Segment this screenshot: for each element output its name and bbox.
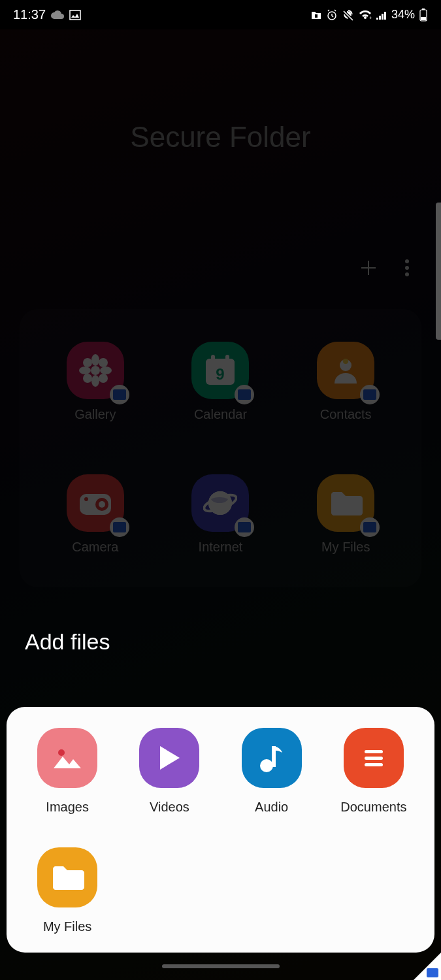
status-left: 11:37 — [13, 7, 81, 22]
svg-rect-5 — [379, 16, 381, 20]
status-bar: 11:37 + 34% — [0, 0, 441, 29]
doc-icon — [344, 728, 404, 788]
wifi-icon: + — [359, 10, 372, 20]
add-documents[interactable]: Documents — [326, 728, 421, 815]
add-images[interactable]: Images — [20, 728, 115, 815]
nav-pill[interactable] — [162, 964, 280, 968]
svg-rect-7 — [384, 12, 386, 20]
sheet-item-label: Images — [46, 800, 89, 815]
note-icon — [242, 728, 302, 788]
add-videos[interactable]: Videos — [122, 728, 217, 815]
sheet-item-label: My Files — [43, 919, 91, 934]
folder-lock-icon — [310, 10, 322, 20]
signal-icon — [376, 10, 387, 20]
svg-point-37 — [58, 749, 65, 756]
secure-folder-corner-icon — [427, 968, 438, 977]
alarm-icon — [326, 9, 338, 21]
sheet-title: Add files — [25, 629, 110, 655]
svg-rect-1 — [315, 14, 318, 18]
svg-rect-4 — [376, 18, 378, 20]
svg-rect-40 — [365, 750, 383, 753]
svg-text:+: + — [369, 15, 372, 20]
scrollbar[interactable] — [436, 203, 441, 340]
svg-rect-41 — [365, 757, 383, 760]
sheet-item-label: Videos — [150, 800, 189, 815]
vibrate-icon — [342, 9, 355, 21]
svg-point-38 — [260, 759, 273, 772]
folder-icon — [37, 847, 97, 907]
battery-percent: 34% — [391, 8, 415, 22]
svg-rect-6 — [382, 14, 384, 20]
add-my-files[interactable]: My Files — [20, 847, 115, 934]
svg-rect-0 — [70, 10, 80, 20]
add-audio[interactable]: Audio — [224, 728, 319, 815]
status-time: 11:37 — [13, 7, 46, 22]
status-right: + 34% — [310, 8, 428, 22]
svg-rect-10 — [421, 17, 426, 20]
sheet-item-label: Documents — [340, 800, 406, 815]
add-files-sheet: ImagesVideosAudioDocumentsMy Files — [7, 707, 434, 953]
cloud-icon — [51, 10, 64, 20]
picture-icon — [69, 10, 81, 20]
svg-rect-9 — [422, 8, 425, 10]
nav-bar — [0, 953, 441, 980]
svg-rect-42 — [365, 763, 383, 766]
play-icon — [139, 728, 199, 788]
battery-icon — [419, 8, 428, 22]
image-icon — [37, 728, 97, 788]
sheet-item-label: Audio — [255, 800, 288, 815]
